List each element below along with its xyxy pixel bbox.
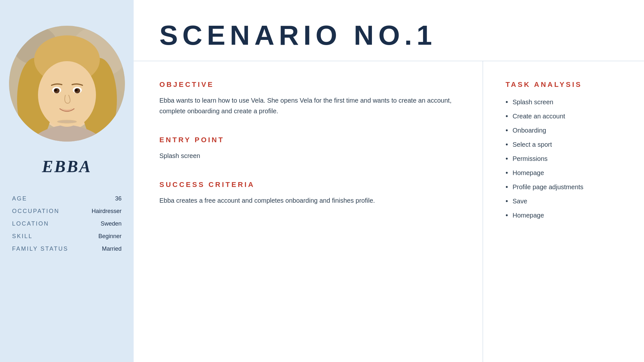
main-body: OBJECTIVE Ebba wants to learn how to use… xyxy=(134,61,644,362)
center-column: OBJECTIVE Ebba wants to learn how to use… xyxy=(134,61,483,362)
task-list-item: Homepage xyxy=(506,169,621,177)
objective-heading: OBJECTIVE xyxy=(159,80,457,89)
stat-label: LOCATION xyxy=(12,220,49,227)
success-body: Ebba creates a free account and complete… xyxy=(159,195,457,206)
task-list-item: Onboarding xyxy=(506,126,621,135)
task-list: Splash screenCreate an accountOnboarding… xyxy=(506,98,621,219)
stat-value: Married xyxy=(102,246,121,252)
stat-label: FAMILY STATUS xyxy=(12,246,69,252)
stat-row: SKILLBeginner xyxy=(12,233,122,240)
scenario-title: SCENARIO NO.1 xyxy=(159,19,618,51)
main-content: SCENARIO NO.1 OBJECTIVE Ebba wants to le… xyxy=(134,0,644,362)
stat-value: Hairdresser xyxy=(91,208,121,215)
task-list-item: Save xyxy=(506,197,621,205)
svg-point-16 xyxy=(54,89,57,91)
stat-value: Sweden xyxy=(100,220,121,227)
stat-row: FAMILY STATUSMarried xyxy=(12,246,122,252)
persona-stats: AGE36OCCUPATIONHairdresserLOCATIONSweden… xyxy=(12,195,122,258)
sidebar: EBBA AGE36OCCUPATIONHairdresserLOCATIONS… xyxy=(0,0,134,362)
stat-label: OCCUPATION xyxy=(12,208,60,215)
objective-section: OBJECTIVE Ebba wants to learn how to use… xyxy=(159,80,457,116)
success-heading: SUCCESS CRITERIA xyxy=(159,181,457,189)
task-list-item: Profile page adjustments xyxy=(506,183,621,191)
svg-point-11 xyxy=(38,61,96,129)
task-list-item: Permissions xyxy=(506,154,621,163)
stat-value: 36 xyxy=(115,195,121,202)
task-analysis-heading: TASK ANALYSIS xyxy=(506,80,621,89)
svg-point-17 xyxy=(75,89,78,91)
main-header: SCENARIO NO.1 xyxy=(134,0,644,61)
stat-row: LOCATIONSweden xyxy=(12,220,122,227)
stat-row: OCCUPATIONHairdresser xyxy=(12,208,122,215)
task-list-item: Homepage xyxy=(506,211,621,219)
svg-point-18 xyxy=(57,120,77,123)
stat-row: AGE36 xyxy=(12,195,122,202)
avatar xyxy=(9,26,125,142)
entry-section: ENTRY POINT Splash screen xyxy=(159,136,457,161)
stat-label: AGE xyxy=(12,195,27,202)
stat-label: SKILL xyxy=(12,233,33,240)
success-section: SUCCESS CRITERIA Ebba creates a free acc… xyxy=(159,181,457,206)
task-list-item: Create an account xyxy=(506,112,621,120)
task-list-item: Splash screen xyxy=(506,98,621,106)
persona-name: EBBA xyxy=(42,157,92,176)
stat-value: Beginner xyxy=(98,233,121,240)
entry-heading: ENTRY POINT xyxy=(159,136,457,144)
task-list-item: Select a sport xyxy=(506,140,621,149)
entry-body: Splash screen xyxy=(159,151,457,161)
right-column: TASK ANALYSIS Splash screenCreate an acc… xyxy=(483,61,644,362)
objective-body: Ebba wants to learn how to use Vela. She… xyxy=(159,95,457,116)
